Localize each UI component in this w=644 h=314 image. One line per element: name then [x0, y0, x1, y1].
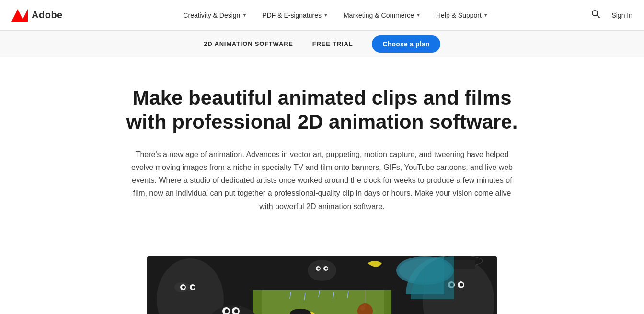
- nav-pdf-label: PDF & E-signatures: [262, 11, 322, 19]
- adobe-logo-icon: [12, 9, 28, 22]
- nav-item-creativity[interactable]: Creativity & Design ▼: [176, 8, 253, 23]
- nav-item-pdf[interactable]: PDF & E-signatures ▼: [255, 8, 335, 23]
- main-content: Make beautiful animated clips and films …: [0, 57, 644, 314]
- search-button[interactable]: [589, 8, 602, 22]
- svg-marker-0: [12, 9, 24, 22]
- svg-point-44: [234, 309, 238, 313]
- animation-scene-svg: [147, 256, 497, 314]
- nav-item-help[interactable]: Help & Support ▼: [429, 8, 495, 23]
- sub-nav-2d-animation[interactable]: 2D ANIMATION SOFTWARE: [204, 40, 293, 47]
- sub-nav-free-trial[interactable]: Free Trial: [312, 40, 353, 47]
- chevron-down-icon: ▼: [323, 12, 328, 18]
- adobe-logo-text: Adobe: [32, 10, 63, 21]
- svg-point-9: [182, 286, 185, 289]
- svg-point-15: [460, 283, 463, 286]
- svg-marker-1: [22, 9, 28, 22]
- sub-navigation: 2D ANIMATION SOFTWARE Free Trial Choose …: [0, 31, 644, 57]
- sign-in-button[interactable]: Sign In: [611, 11, 632, 19]
- animation-preview: [147, 256, 497, 314]
- nav-marketing-label: Marketing & Commerce: [344, 11, 414, 19]
- nav-right-actions: Sign In: [589, 8, 632, 22]
- svg-point-49: [325, 267, 328, 269]
- top-navigation: Adobe Creativity & Design ▼ PDF & E-sign…: [0, 0, 644, 31]
- svg-point-43: [225, 309, 229, 313]
- nav-help-label: Help & Support: [436, 11, 482, 19]
- svg-point-10: [192, 286, 195, 289]
- svg-line-3: [597, 15, 600, 18]
- chevron-down-icon: ▼: [483, 12, 488, 18]
- chevron-down-icon: ▼: [416, 12, 421, 18]
- hero-description: There's a new age of animation. Advances…: [126, 148, 518, 213]
- svg-point-45: [308, 260, 336, 281]
- nav-creativity-label: Creativity & Design: [183, 11, 240, 19]
- svg-point-38: [360, 306, 365, 311]
- hero-section: Make beautiful animated clips and films …: [106, 57, 538, 256]
- chevron-down-icon: ▼: [242, 12, 247, 18]
- nav-item-marketing[interactable]: Marketing & Commerce ▼: [337, 8, 427, 23]
- svg-point-48: [318, 267, 320, 269]
- main-nav-links: Creativity & Design ▼ PDF & E-signatures…: [82, 8, 590, 23]
- adobe-logo[interactable]: Adobe: [12, 9, 63, 22]
- search-icon: [591, 10, 600, 18]
- choose-plan-button[interactable]: Choose a plan: [372, 35, 440, 53]
- hero-title: Make beautiful animated clips and films …: [126, 86, 518, 135]
